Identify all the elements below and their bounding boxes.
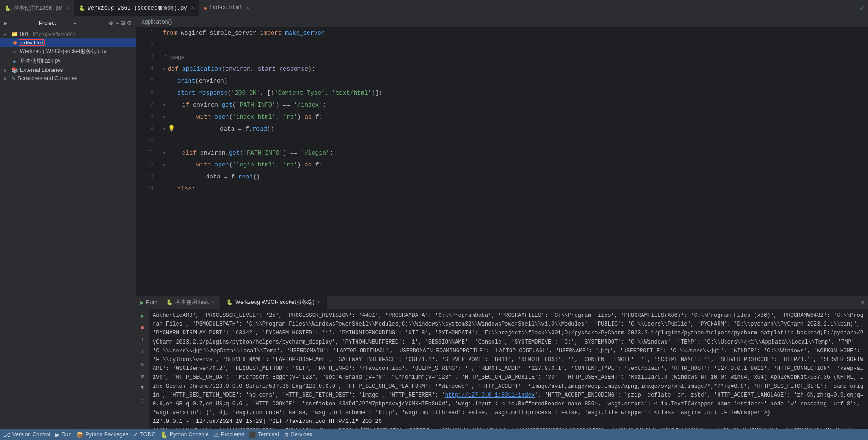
log-link-url[interactable]: http://127.0.0.1:8011/index <box>445 392 535 398</box>
gutter-bulb-icon[interactable]: 💡 <box>168 123 175 135</box>
param-environ: environ <box>225 63 250 75</box>
run-tab-flask[interactable]: 🐍 基本使用flask ✕ <box>161 296 221 309</box>
py-icon: 🐍 <box>5 5 11 11</box>
project-icon: ▶ <box>4 20 36 26</box>
run-filter-btn[interactable]: ▼ <box>138 383 147 392</box>
tree-item-werkzeug[interactable]: ● Werkzeug WSGI-(socket服务端).py <box>0 47 136 56</box>
tree-item-external-libraries[interactable]: ▶ 📚 External Libraries <box>0 66 136 74</box>
run-status-icon: ▶ <box>55 431 59 438</box>
ln-2: 2 <box>138 39 154 51</box>
colon-8: : <box>319 111 322 123</box>
fold-btn-7[interactable]: ▾ <box>163 99 166 111</box>
tree-root-label: 001 <box>20 31 29 37</box>
expand-icon[interactable]: ⊟ <box>120 20 125 26</box>
gear-icon[interactable]: ⚙ <box>127 20 132 26</box>
fn-open-12: open <box>214 159 229 171</box>
str-index-html: 'index.html' <box>232 111 276 123</box>
code-line-1: from wsgiref.simple_server import make_s… <box>159 27 868 39</box>
run-stop-btn[interactable]: ■ <box>138 323 147 333</box>
var-f-12: f <box>315 159 319 171</box>
code-line-10 <box>159 135 868 147</box>
run-log-1: AuthenticAMD', 'PROCESSOR_LEVEL': '25', … <box>153 311 864 417</box>
run-more-btn[interactable]: ⋮ <box>138 395 147 404</box>
tree-item-flask[interactable]: ● 基本使用flask.py <box>0 56 136 66</box>
run-settings-btn[interactable]: ⚙ <box>138 371 147 381</box>
paren-6a: ( <box>227 87 231 99</box>
str-200: '200 OK' <box>231 87 260 99</box>
project-label: Project <box>39 20 71 26</box>
eq-13: = <box>224 171 228 183</box>
tree-item-index-html[interactable]: ◆ index.html <box>0 38 136 47</box>
fold-btn-12[interactable]: ▾ <box>163 159 166 171</box>
tab-flask-close[interactable]: ✕ <box>66 5 69 11</box>
run-tab-werkzeug[interactable]: 🐍 Werkzeug WSGI-(socket服务端) ✕ <box>221 296 327 309</box>
collapse-icon[interactable]: ≡ <box>115 20 119 26</box>
run-up-btn[interactable]: ↑ <box>138 335 147 345</box>
paren-11b: ) <box>283 147 286 159</box>
ln-5: 5 <box>138 75 154 87</box>
fold-btn-11[interactable]: ▾ <box>163 147 166 159</box>
project-dropdown-icon[interactable]: ▾ <box>74 21 106 26</box>
run-tab-flask-close[interactable]: ✕ <box>211 300 215 305</box>
fn-read-9: read <box>253 123 267 135</box>
code-line-14: else: <box>159 183 868 195</box>
run-panel-settings[interactable]: ⚙ <box>861 299 868 306</box>
status-services[interactable]: ⚙ Services <box>284 431 312 438</box>
status-run[interactable]: ▶ Run <box>55 431 71 438</box>
status-python-packages[interactable]: 📦 Python Packages <box>76 431 128 438</box>
param-start-response: start_response <box>258 63 308 75</box>
tab-index-close[interactable]: ✕ <box>246 5 249 11</box>
module-wsgiref: wsgiref.simple_server <box>181 27 256 39</box>
tab-flask-label: 基本使用flask.py <box>13 4 62 12</box>
status-todo-label: TODO <box>140 431 155 438</box>
code-line-11: ▾ elif environ.get('PATH_INFO') == '/log… <box>159 147 868 159</box>
run-panel: ▶ Run: 🐍 基本使用flask ✕ 🐍 Werkzeug WSGI-(so… <box>136 295 868 429</box>
tab-werkzeug[interactable]: 🐍 Werkzeug WSGI-(socket服务端).py ✕ <box>74 0 199 16</box>
status-terminal-label: Terminal <box>258 431 279 438</box>
line-numbers: 1 2 3 4 5 6 7 8 9 10 11 12 13 14 <box>136 27 159 295</box>
code-line-12: ▾ with open('login.html', 'rb') as f: <box>159 159 868 171</box>
run-tab-werkzeug-close[interactable]: ✕ <box>317 300 321 305</box>
str-path-info-11: 'PATH_INFO' <box>244 147 283 159</box>
py-icon: 🐍 <box>79 5 85 11</box>
status-bar: ⎇ Version Control ▶ Run 📦 Python Package… <box>0 429 868 440</box>
tab-index[interactable]: ◆ index.html ✕ <box>199 0 255 16</box>
run-down-btn[interactable]: ↓ <box>138 347 147 357</box>
fn-get-7: get <box>222 99 232 111</box>
status-run-label: Run <box>61 431 71 438</box>
status-version-control[interactable]: ⎇ Version Control <box>4 431 50 438</box>
code-line-6: start_response('200 OK', [('Content-Type… <box>159 87 868 99</box>
fold-btn-4[interactable]: ▾ <box>163 63 166 75</box>
kw-with-12: with <box>196 159 211 171</box>
locate-icon[interactable]: ⊕ <box>109 20 113 26</box>
code-editor[interactable]: from wsgiref.simple_server import make_s… <box>159 27 868 295</box>
tab-flask[interactable]: 🐍 基本使用flask.py ✕ <box>0 0 74 16</box>
code-container[interactable]: 1 2 3 4 5 6 7 8 9 10 11 12 13 14 <box>136 27 868 295</box>
code-line-7: ▾ if environ.get('PATH_INFO') == '/index… <box>159 99 868 111</box>
ln-11: 11 <box>138 147 154 159</box>
tree-item-scratches[interactable]: ▶ ✎ Scratches and Consoles <box>0 74 136 83</box>
scratches-label: Scratches and Consoles <box>18 75 77 82</box>
kw-else: else <box>177 183 191 195</box>
tree-arrow-root: ▾ <box>4 32 9 37</box>
tree-root-folder[interactable]: ▾ 📁 001 F:\project\flask\001 <box>0 30 136 38</box>
run-output[interactable]: AuthenticAMD', 'PROCESSOR_LEVEL': '25', … <box>149 309 868 429</box>
folder-icon: 📁 <box>11 31 18 37</box>
run-play-btn[interactable]: ▶ <box>138 311 147 321</box>
fold-btn-8[interactable]: ▾ <box>163 111 166 123</box>
paren-11a: ( <box>240 147 244 159</box>
packages-icon: 📦 <box>76 431 83 438</box>
ln-14: 14 <box>138 183 154 195</box>
run-tab-flask-icon: 🐍 <box>166 299 173 305</box>
colon-4: : <box>312 63 315 75</box>
tree-arrow-ext: ▶ <box>4 68 9 73</box>
paren-9: () <box>267 123 274 135</box>
checkmark-icon: ✓ <box>860 3 864 12</box>
tab-werkzeug-close[interactable]: ✕ <box>191 5 194 11</box>
status-todo[interactable]: ✓ TODO <box>133 431 155 438</box>
status-python-console[interactable]: 🐍 Python Console <box>161 431 209 438</box>
run-rerun-btn[interactable]: ↺ <box>138 359 147 369</box>
status-terminal[interactable]: ⬛ Terminal <box>249 431 279 438</box>
fold-btn-9[interactable]: ▾ <box>163 123 166 135</box>
status-problems[interactable]: ⚠ Problems <box>214 431 244 438</box>
